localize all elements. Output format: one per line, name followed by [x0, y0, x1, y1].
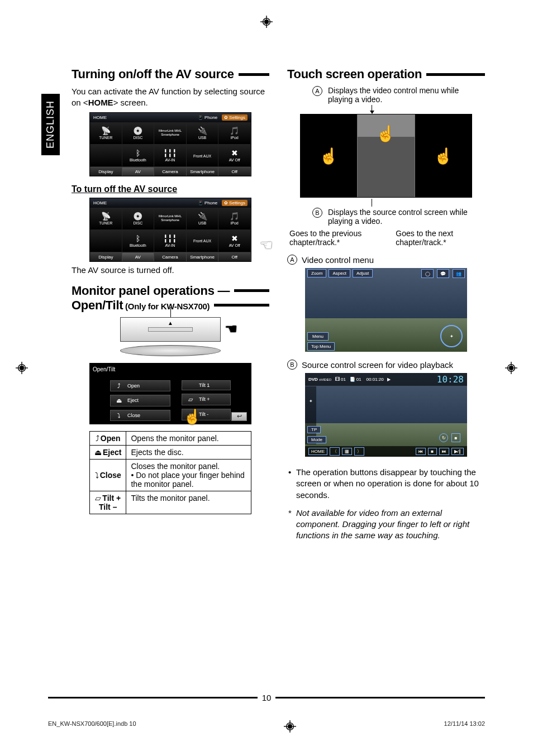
home-screen-figure-off: HOME 📱 Phone ✿ Settings 📡TUNER 💿DISC Mir… [89, 198, 251, 262]
adjust-button: Adjust [353, 269, 373, 277]
callout-a-text: Displays the video control menu while pl… [328, 86, 475, 104]
footer-filename: EN_KW-NSX700/600[E].indb 10 [48, 720, 136, 734]
eject-button: ⏏Eject [110, 395, 170, 406]
table-row: ⏏Eject Ejects the disc. [90, 445, 251, 459]
close-button: ⤵Close [110, 410, 170, 421]
open-tilt-screen: Open/Tilt ⤴Open ⏏Eject ⤵Close Tilt 1 ▱Ti… [89, 363, 251, 424]
app-icon: ▦ [342, 448, 352, 455]
prev-chapter-label: Goes to the previous chapter/track.* [289, 229, 377, 247]
return-button: ↩ [231, 412, 247, 421]
source-ipod: 🎵iPod [218, 122, 251, 145]
menu-button: Menu [307, 332, 329, 341]
touch-hand-icon: ☚ [225, 320, 237, 338]
table-row: ▱Tilt + Tilt – Tilts the monitor panel. [90, 491, 251, 514]
touch-diagram: A Displays the video control menu while … [297, 86, 475, 226]
callout-a-icon: A [312, 86, 322, 96]
registration-mark-right [505, 362, 517, 376]
source-tuner: 📡TUNER [90, 122, 122, 145]
registration-mark-bottom [284, 720, 296, 733]
source-bluetooth: ᛒBluetooth [122, 145, 155, 167]
note-av-off: The AV source is turned off. [72, 265, 269, 275]
tp-button: TP [307, 426, 321, 433]
tab-camera: Camera [154, 168, 187, 176]
phone-badge: 📱 Phone [196, 114, 220, 121]
eject-icon: ⏏ [114, 397, 124, 404]
footnote-drag: Not available for video from an external… [287, 508, 485, 542]
close-icon: ⤵ [114, 412, 124, 419]
registration-mark-left [16, 362, 28, 376]
marker-b-icon: B [287, 360, 297, 370]
source-smartphone: MirrorLink MHL Smartphone [154, 122, 187, 145]
print-footer: EN_KW-NSX700/600[E].indb 10 12/11/14 13:… [48, 720, 485, 734]
tilt-plus-button: ▱Tilt + [182, 394, 231, 405]
callout-b-text: Displays the source control screen while… [328, 208, 475, 226]
touch-hand-icon: ☝ [376, 125, 396, 143]
prev-track-icon: ⏮ [416, 448, 426, 455]
disc-tray [120, 345, 221, 356]
source-avin: ╏╏╏AV-IN [154, 145, 187, 167]
elapsed-time: 00:01:20 [367, 377, 384, 382]
page-number-bar: 10 [48, 693, 485, 702]
intro-text: You can activate the AV function by sele… [72, 86, 269, 109]
fx-icon: ✦ [309, 399, 313, 404]
play-pause-icon: ▶/∥ [451, 448, 464, 455]
tilt-minus-button: ▱Tilt - [182, 409, 231, 420]
svg-rect-15 [288, 724, 292, 728]
page-number: 10 [262, 693, 272, 702]
source-usb: 🔌USB [187, 122, 219, 145]
source-frontaux: Front AUX [187, 145, 219, 167]
close-icon: ⤵ [95, 471, 99, 480]
touch-hand-icon: ☝ [319, 147, 339, 165]
tilt1-button: Tilt 1 [182, 380, 231, 390]
heading-touch-operation: Touch screen operation [287, 67, 485, 82]
open-button: ⤴Open [110, 380, 170, 391]
clock: 10:28 [437, 374, 464, 385]
note-disappear: The operation buttons disappear by touch… [287, 467, 485, 501]
table-row: ⤵Close Closes the monitor panel. • Do no… [90, 459, 251, 491]
mode-button: Mode [307, 436, 326, 443]
panel-ops-table: ⤴Open Opens the monitor panel. ⏏Eject Ej… [89, 431, 251, 514]
open-icon: ⤴ [96, 434, 99, 443]
home-screen-figure: HOME 📱 Phone ✿ Settings 📡TUNER 💿DISC Mir… [89, 112, 251, 176]
video-control-menu-figure: Zoom Aspect Adjust ◯ 💬 👥 Menu Top Menu ✦ [305, 268, 467, 352]
eject-icon: ▲ [168, 320, 173, 326]
tilt-up-icon: ▱ [185, 396, 196, 403]
next-track-icon: ⏭ [439, 448, 449, 455]
next-chapter-label: Goes to the next chapter/track.* [396, 229, 483, 247]
eject-icon: ⏏ [94, 448, 102, 457]
source-avoff: ✖AV Off [218, 145, 251, 167]
audio-icon: ◯ [421, 269, 434, 278]
svg-rect-7 [20, 366, 23, 370]
zoom-button: Zoom [307, 269, 326, 277]
subhead-turn-off: To turn off the AV source [72, 184, 269, 194]
x-icon: ✖ [231, 149, 238, 157]
footer-timestamp: 12/11/14 13:02 [444, 720, 485, 734]
svg-rect-3 [264, 20, 268, 23]
heading-av-source: Turning on/off the AV source [72, 67, 269, 82]
marker-a-icon: A [287, 255, 297, 265]
rca-icon: ╏╏╏ [163, 149, 177, 157]
panel-slot: ▲ [120, 317, 221, 342]
nav-ring-icon: ✦ [440, 325, 463, 347]
registration-mark-top [260, 16, 273, 30]
home-title: HOME [93, 115, 107, 120]
ipod-icon: 🎵 [230, 127, 239, 135]
touch-hand-icon: ☝ [434, 147, 453, 165]
tilt-icon: ▱ [95, 494, 101, 503]
svg-rect-11 [509, 366, 513, 370]
source-control-figure: DVD ±VIDEO 🎞 01 📑 01 00:01:20 ▶ 10:28 ✦ … [305, 373, 467, 457]
tab-av: AV [122, 168, 155, 176]
stop-icon: ■ [428, 448, 437, 455]
open-icon: ⤴ [114, 382, 124, 389]
source-empty [90, 145, 122, 167]
heading-av-text: Turning on/off the AV source [72, 67, 234, 82]
heading-panel-ops: Monitor panel operations — [72, 284, 269, 298]
usb-icon: 🔌 [198, 127, 207, 135]
angle-icon: 👥 [453, 269, 465, 278]
callout-b-icon: B [312, 208, 322, 218]
source-name: DVD [308, 377, 318, 382]
stop-icon: ■ [451, 433, 460, 442]
subtitle-icon: 💬 [437, 269, 449, 278]
table-row: ⤴Open Opens the monitor panel. [90, 431, 251, 445]
source-disc: 💿DISC [122, 122, 155, 145]
